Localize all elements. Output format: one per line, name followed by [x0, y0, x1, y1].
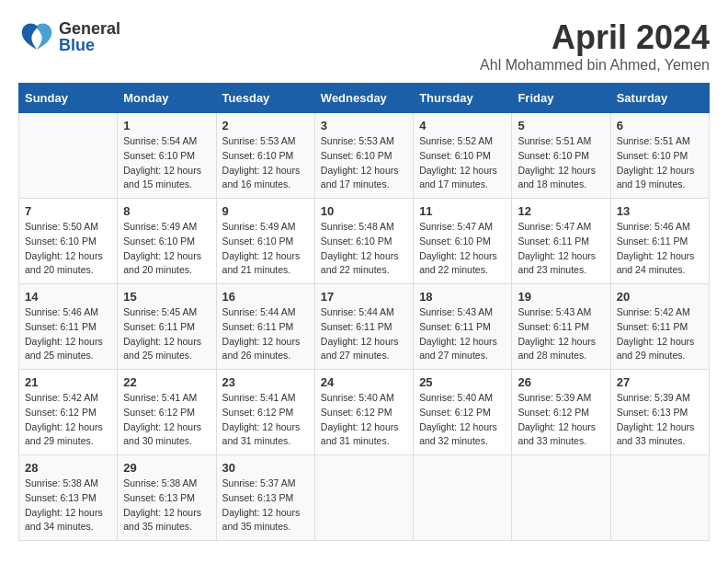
day-info: Sunrise: 5:37 AMSunset: 6:13 PMDaylight:… — [222, 477, 309, 534]
day-info: Sunrise: 5:51 AMSunset: 6:10 PMDaylight:… — [617, 134, 703, 192]
day-info: Sunrise: 5:46 AMSunset: 6:11 PMDaylight:… — [617, 220, 703, 278]
day-number: 25 — [419, 375, 506, 389]
day-info: Sunrise: 5:47 AMSunset: 6:11 PMDaylight:… — [518, 220, 604, 278]
col-thursday: Thursday — [414, 84, 512, 113]
table-row: 18Sunrise: 5:43 AMSunset: 6:11 PMDayligh… — [414, 284, 512, 370]
day-info: Sunrise: 5:42 AMSunset: 6:12 PMDaylight:… — [25, 391, 111, 449]
table-row: 29Sunrise: 5:38 AMSunset: 6:13 PMDayligh… — [118, 455, 216, 541]
logo-icon — [18, 18, 55, 55]
table-row: 8Sunrise: 5:49 AMSunset: 6:10 PMDaylight… — [118, 199, 216, 284]
table-row: 23Sunrise: 5:41 AMSunset: 6:12 PMDayligh… — [216, 370, 314, 455]
day-info: Sunrise: 5:51 AMSunset: 6:10 PMDaylight:… — [518, 134, 604, 192]
calendar-week-row: 21Sunrise: 5:42 AMSunset: 6:12 PMDayligh… — [19, 370, 710, 455]
day-number: 16 — [222, 290, 309, 304]
day-number: 21 — [25, 375, 111, 389]
table-row: 27Sunrise: 5:39 AMSunset: 6:13 PMDayligh… — [610, 370, 709, 455]
day-number: 11 — [419, 204, 506, 218]
table-row: 1Sunrise: 5:54 AMSunset: 6:10 PMDaylight… — [118, 113, 216, 199]
col-tuesday: Tuesday — [216, 84, 314, 113]
day-info: Sunrise: 5:39 AMSunset: 6:12 PMDaylight:… — [518, 391, 604, 449]
col-friday: Friday — [512, 84, 610, 113]
day-info: Sunrise: 5:43 AMSunset: 6:11 PMDaylight:… — [419, 305, 506, 363]
calendar-table: Sunday Monday Tuesday Wednesday Thursday… — [18, 83, 710, 541]
table-row: 21Sunrise: 5:42 AMSunset: 6:12 PMDayligh… — [19, 370, 118, 455]
col-sunday: Sunday — [19, 84, 118, 113]
table-row: 12Sunrise: 5:47 AMSunset: 6:11 PMDayligh… — [512, 199, 610, 284]
day-number: 9 — [222, 204, 309, 218]
day-info: Sunrise: 5:41 AMSunset: 6:12 PMDaylight:… — [222, 391, 309, 449]
table-row: 24Sunrise: 5:40 AMSunset: 6:12 PMDayligh… — [314, 370, 413, 455]
day-number: 24 — [321, 375, 407, 389]
subtitle: Ahl Mohammed bin Ahmed, Yemen — [480, 57, 710, 74]
day-number: 10 — [321, 204, 407, 218]
col-saturday: Saturday — [610, 84, 709, 113]
day-number: 29 — [123, 461, 210, 475]
day-number: 20 — [617, 290, 703, 304]
day-info: Sunrise: 5:47 AMSunset: 6:10 PMDaylight:… — [419, 220, 506, 278]
day-info: Sunrise: 5:53 AMSunset: 6:10 PMDaylight:… — [222, 134, 309, 192]
day-number: 13 — [617, 204, 703, 218]
day-number: 26 — [518, 375, 604, 389]
day-number: 28 — [25, 461, 111, 475]
main-title: April 2024 — [480, 18, 710, 57]
table-row — [314, 455, 413, 541]
table-row: 20Sunrise: 5:42 AMSunset: 6:11 PMDayligh… — [610, 284, 709, 370]
day-number: 1 — [123, 119, 210, 132]
day-number: 22 — [123, 375, 210, 389]
table-row: 25Sunrise: 5:40 AMSunset: 6:12 PMDayligh… — [414, 370, 512, 455]
day-info: Sunrise: 5:38 AMSunset: 6:13 PMDaylight:… — [25, 477, 111, 534]
table-row: 13Sunrise: 5:46 AMSunset: 6:11 PMDayligh… — [610, 199, 709, 284]
table-row: 15Sunrise: 5:45 AMSunset: 6:11 PMDayligh… — [118, 284, 216, 370]
title-block: April 2024 Ahl Mohammed bin Ahmed, Yemen — [480, 18, 710, 74]
day-number: 27 — [617, 375, 703, 389]
calendar-header-row: Sunday Monday Tuesday Wednesday Thursday… — [19, 84, 710, 113]
col-wednesday: Wednesday — [314, 84, 413, 113]
day-info: Sunrise: 5:44 AMSunset: 6:11 PMDaylight:… — [321, 305, 407, 363]
calendar-week-row: 7Sunrise: 5:50 AMSunset: 6:10 PMDaylight… — [19, 199, 710, 284]
day-info: Sunrise: 5:54 AMSunset: 6:10 PMDaylight:… — [123, 134, 210, 192]
day-info: Sunrise: 5:50 AMSunset: 6:10 PMDaylight:… — [25, 220, 111, 278]
calendar-week-row: 28Sunrise: 5:38 AMSunset: 6:13 PMDayligh… — [19, 455, 710, 541]
table-row: 6Sunrise: 5:51 AMSunset: 6:10 PMDaylight… — [610, 113, 709, 199]
day-info: Sunrise: 5:46 AMSunset: 6:11 PMDaylight:… — [25, 305, 111, 363]
calendar-week-row: 1Sunrise: 5:54 AMSunset: 6:10 PMDaylight… — [19, 113, 710, 199]
day-number: 30 — [222, 461, 309, 475]
day-info: Sunrise: 5:44 AMSunset: 6:11 PMDaylight:… — [222, 305, 309, 363]
day-info: Sunrise: 5:42 AMSunset: 6:11 PMDaylight:… — [617, 305, 703, 363]
day-info: Sunrise: 5:48 AMSunset: 6:10 PMDaylight:… — [321, 220, 407, 278]
table-row: 7Sunrise: 5:50 AMSunset: 6:10 PMDaylight… — [19, 199, 118, 284]
day-number: 12 — [518, 204, 604, 218]
table-row — [512, 455, 610, 541]
calendar-week-row: 14Sunrise: 5:46 AMSunset: 6:11 PMDayligh… — [19, 284, 710, 370]
day-number: 18 — [419, 290, 506, 304]
logo-blue-text: Blue — [59, 37, 120, 53]
col-monday: Monday — [118, 84, 216, 113]
day-info: Sunrise: 5:45 AMSunset: 6:11 PMDaylight:… — [123, 305, 210, 363]
table-row: 11Sunrise: 5:47 AMSunset: 6:10 PMDayligh… — [414, 199, 512, 284]
page-header: General Blue April 2024 Ahl Mohammed bin… — [18, 18, 710, 74]
day-info: Sunrise: 5:41 AMSunset: 6:12 PMDaylight:… — [123, 391, 210, 449]
logo-general-text: General — [59, 20, 120, 37]
table-row: 26Sunrise: 5:39 AMSunset: 6:12 PMDayligh… — [512, 370, 610, 455]
table-row: 14Sunrise: 5:46 AMSunset: 6:11 PMDayligh… — [19, 284, 118, 370]
table-row: 2Sunrise: 5:53 AMSunset: 6:10 PMDaylight… — [216, 113, 314, 199]
day-info: Sunrise: 5:49 AMSunset: 6:10 PMDaylight:… — [222, 220, 309, 278]
table-row: 22Sunrise: 5:41 AMSunset: 6:12 PMDayligh… — [118, 370, 216, 455]
day-number: 17 — [321, 290, 407, 304]
table-row: 9Sunrise: 5:49 AMSunset: 6:10 PMDaylight… — [216, 199, 314, 284]
table-row — [610, 455, 709, 541]
day-number: 15 — [123, 290, 210, 304]
logo: General Blue — [18, 18, 120, 55]
day-number: 23 — [222, 375, 309, 389]
day-number: 14 — [25, 290, 111, 304]
day-info: Sunrise: 5:40 AMSunset: 6:12 PMDaylight:… — [419, 391, 506, 449]
table-row — [19, 113, 118, 199]
table-row: 28Sunrise: 5:38 AMSunset: 6:13 PMDayligh… — [19, 455, 118, 541]
logo-text: General Blue — [59, 20, 120, 53]
table-row: 30Sunrise: 5:37 AMSunset: 6:13 PMDayligh… — [216, 455, 314, 541]
day-info: Sunrise: 5:39 AMSunset: 6:13 PMDaylight:… — [617, 391, 703, 449]
table-row: 4Sunrise: 5:52 AMSunset: 6:10 PMDaylight… — [414, 113, 512, 199]
day-number: 19 — [518, 290, 604, 304]
day-number: 2 — [222, 119, 309, 132]
table-row: 17Sunrise: 5:44 AMSunset: 6:11 PMDayligh… — [314, 284, 413, 370]
